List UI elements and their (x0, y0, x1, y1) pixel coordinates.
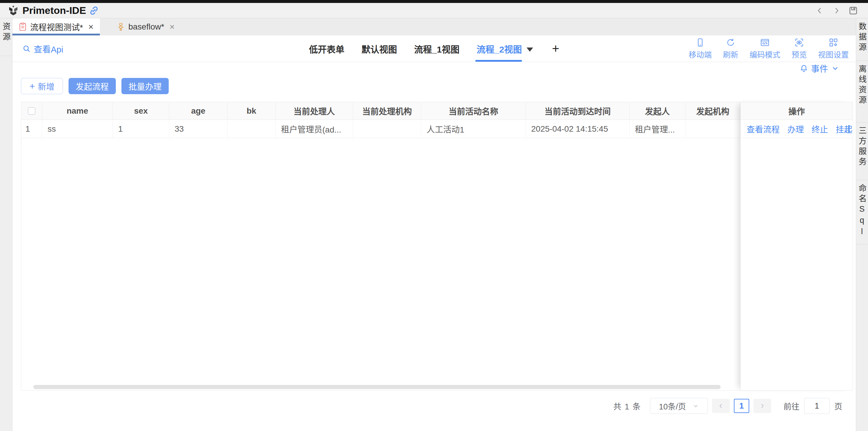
tool-label: 刷新 (723, 49, 738, 60)
prev-page-button[interactable] (712, 399, 730, 413)
select-all-checkbox[interactable] (28, 107, 35, 115)
current-activity-cell: 人工活动1 (421, 120, 526, 138)
tool-label: 视图设置 (818, 49, 849, 60)
action-terminate[interactable]: 终止 (812, 123, 828, 135)
chevron-left-icon (718, 403, 724, 409)
tool-mobile[interactable]: 移动端 (689, 38, 712, 60)
column-header-actions: 操作 (741, 102, 852, 120)
right-rail-item-offline-resources[interactable]: 离线资源 (856, 61, 868, 123)
goto-page-input[interactable]: 1 (804, 398, 830, 414)
right-rail-item-third-party-services[interactable]: 三方服务 (856, 123, 868, 180)
toolbar-tools: 移动端 刷新 (689, 35, 849, 62)
add-record-button[interactable]: + 新增 (21, 78, 63, 94)
current-page-button[interactable]: 1 (734, 399, 749, 413)
sex-cell: 1 (113, 120, 169, 138)
file-tab-process-view-test[interactable]: 流程视图测试* × (12, 18, 100, 35)
column-header-sex: sex (113, 102, 169, 120)
right-rail-label: 数据源 (857, 22, 868, 61)
batch-handle-button[interactable]: 批量办理 (121, 78, 169, 94)
view-settings-icon (829, 38, 838, 47)
view-api-label: 查看Api (34, 42, 63, 55)
left-rail-item-resources[interactable]: 资源 (0, 18, 12, 56)
column-header-current-handler: 当前处理人 (276, 102, 353, 120)
start-flow-button[interactable]: 发起流程 (68, 78, 116, 94)
bk-cell (227, 120, 276, 138)
editor-panel: 查看Api 低开表单 默认视图 流程_1视图 流程_2视图 (12, 35, 856, 431)
app-title: Primeton-IDE (23, 5, 86, 16)
view-tab-label: 低开表单 (309, 42, 344, 55)
nav-back-icon[interactable] (815, 6, 824, 15)
table-header-row: name sex age bk 当前处理人 当前处理机构 当前活动名称 当前活动… (21, 102, 852, 120)
form-document-icon (19, 23, 27, 31)
view-tab-label: 流程_1视图 (414, 42, 459, 55)
tool-view-settings[interactable]: 视图设置 (818, 38, 849, 60)
caret-down-icon[interactable] (527, 47, 533, 52)
right-rail-item-named-sql[interactable]: 命名Sql (856, 180, 868, 244)
column-header-name: name (42, 102, 113, 120)
current-org-cell (353, 120, 421, 138)
goto-page-group: 前往 1 页 (783, 398, 842, 414)
action-handle[interactable]: 办理 (787, 123, 804, 135)
right-rail-label: 命名Sql (857, 184, 868, 244)
content-area: + 新增 发起流程 批量办理 name sex age bk (12, 74, 856, 431)
code-window-icon (760, 38, 770, 47)
close-tab-icon[interactable]: × (169, 23, 175, 31)
link-icon[interactable] (89, 6, 99, 15)
app-window: Primeton-IDE 资源 (0, 0, 868, 431)
add-record-label: 新增 (38, 80, 54, 92)
tool-code-mode[interactable]: 编码模式 (749, 38, 780, 60)
body-row: 资源 流程视图测试* × (0, 18, 868, 431)
events-row: 事件 (12, 62, 856, 74)
action-suspend[interactable]: 挂起 (836, 123, 852, 135)
file-tab-label: 流程视图测试* (30, 21, 83, 33)
bell-icon (800, 64, 808, 72)
arrive-time-cell: 2025-04-02 14:15:45 (526, 120, 629, 138)
view-toolbar: 查看Api 低开表单 默认视图 流程_1视图 流程_2视图 (12, 35, 856, 62)
primeton-logo-icon (8, 5, 19, 16)
view-api-link[interactable]: 查看Api (23, 35, 63, 62)
column-header-initiator-org: 发起机构 (685, 102, 740, 120)
tool-refresh[interactable]: 刷新 (723, 38, 738, 60)
view-tab-lowcode-form[interactable]: 低开表单 (309, 35, 344, 62)
column-header-current-org: 当前处理机构 (353, 102, 421, 120)
action-view-flow[interactable]: 查看流程 (747, 123, 780, 135)
view-tabs: 低开表单 默认视图 流程_1视图 流程_2视图 + (309, 35, 559, 62)
row-actions-cell: 查看流程 办理 终止 挂起 (741, 120, 852, 138)
page-size-value: 10条/页 (659, 400, 686, 412)
titlebar: Primeton-IDE (0, 3, 868, 18)
name-cell: ss (42, 120, 113, 138)
window-top-strip (0, 0, 868, 3)
view-tab-process-2[interactable]: 流程_2视图 (476, 35, 533, 62)
chevron-down-icon[interactable] (831, 64, 839, 72)
flow-icon (117, 23, 125, 31)
right-rail-label: 离线资源 (857, 65, 868, 122)
add-view-button[interactable]: + (552, 42, 560, 56)
nav-forward-icon[interactable] (832, 6, 841, 15)
save-icon[interactable] (848, 6, 858, 15)
table-row[interactable]: 1 ss 1 33 租户管理员(ad... 人工活动1 2025-04-02 1… (21, 120, 852, 138)
left-rail-label: 资源 (0, 22, 12, 56)
right-rail-item-datasource[interactable]: 数据源 (856, 18, 868, 61)
age-cell: 33 (169, 120, 227, 138)
page-size-select[interactable]: 10条/页 (650, 398, 708, 414)
tool-label: 移动端 (689, 49, 712, 60)
main-column: 流程视图测试* × baseflow* × (12, 18, 856, 431)
pagination-bar: 共 1 条 10条/页 1 前往 (21, 398, 842, 414)
right-rail-label: 三方服务 (857, 126, 868, 180)
view-tab-process-1[interactable]: 流程_1视图 (414, 35, 459, 62)
initiator-org-cell (685, 120, 740, 138)
row-index-cell: 1 (21, 120, 42, 138)
column-header-arrive-time: 当前活动到达时间 (526, 102, 629, 120)
tool-preview[interactable]: 预览 (792, 38, 807, 60)
next-page-button[interactable] (753, 399, 771, 413)
close-tab-icon[interactable]: × (88, 23, 94, 31)
column-header-bk: bk (227, 102, 276, 120)
tool-label: 预览 (792, 49, 807, 60)
file-tab-baseflow[interactable]: baseflow* × (111, 18, 181, 35)
events-label[interactable]: 事件 (811, 62, 828, 74)
search-icon (23, 44, 31, 53)
initiator-cell: 租户管理... (629, 120, 685, 138)
horizontal-scrollbar-thumb[interactable] (33, 385, 720, 389)
view-tab-default-view[interactable]: 默认视图 (362, 35, 397, 62)
select-all-cell (21, 102, 42, 120)
